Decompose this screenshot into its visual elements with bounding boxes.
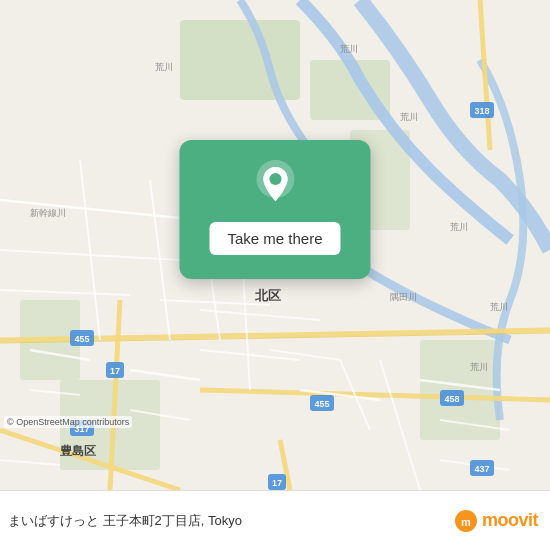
map-container: 455 455 317 17 17 318 437 458 新幹線川 荒川 bbox=[0, 0, 550, 490]
svg-text:17: 17 bbox=[110, 366, 120, 376]
svg-text:北区: 北区 bbox=[254, 288, 281, 303]
moovit-logo-icon: m bbox=[454, 509, 478, 533]
svg-text:318: 318 bbox=[474, 106, 489, 116]
svg-text:隅田川: 隅田川 bbox=[390, 292, 417, 302]
svg-text:荒川: 荒川 bbox=[400, 112, 418, 122]
svg-text:455: 455 bbox=[314, 399, 329, 409]
svg-text:荒川: 荒川 bbox=[155, 62, 173, 72]
svg-point-64 bbox=[269, 173, 281, 185]
svg-text:17: 17 bbox=[272, 478, 282, 488]
svg-text:新幹線川: 新幹線川 bbox=[30, 208, 66, 218]
svg-text:455: 455 bbox=[74, 334, 89, 344]
svg-text:荒川: 荒川 bbox=[340, 44, 358, 54]
svg-text:豊島区: 豊島区 bbox=[60, 444, 96, 458]
bottom-bar: まいばすけっと 王子本町2丁目店, Tokyo m moovit bbox=[0, 490, 550, 550]
location-text: まいばすけっと 王子本町2丁目店, Tokyo bbox=[8, 512, 454, 530]
take-me-there-button[interactable]: Take me there bbox=[209, 222, 340, 255]
svg-text:458: 458 bbox=[444, 394, 459, 404]
popup-card: Take me there bbox=[179, 140, 370, 279]
svg-text:荒川: 荒川 bbox=[470, 362, 488, 372]
svg-text:437: 437 bbox=[474, 464, 489, 474]
svg-text:荒川: 荒川 bbox=[450, 222, 468, 232]
moovit-logo: m moovit bbox=[454, 509, 538, 533]
moovit-brand-text: moovit bbox=[482, 510, 538, 531]
svg-rect-1 bbox=[180, 20, 300, 100]
attribution-text: © OpenStreetMap contributors bbox=[4, 416, 132, 428]
location-pin-icon bbox=[250, 160, 300, 210]
svg-text:荒川: 荒川 bbox=[490, 302, 508, 312]
svg-text:m: m bbox=[461, 516, 471, 528]
